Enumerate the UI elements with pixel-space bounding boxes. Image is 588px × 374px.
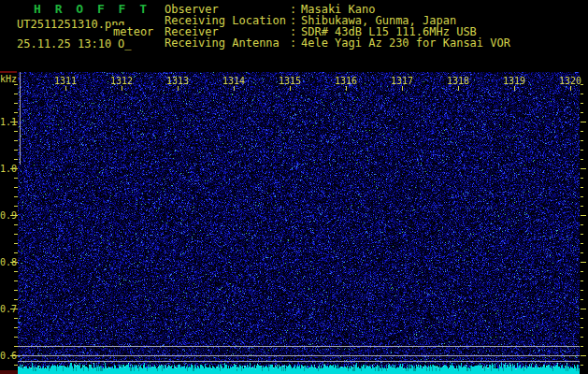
tick-mark <box>14 327 18 328</box>
tick-mark <box>581 224 583 225</box>
tick-mark <box>14 290 18 291</box>
tick-mark <box>290 86 291 91</box>
x-tick-label: 1314 <box>220 76 248 86</box>
tick-mark <box>581 262 586 263</box>
x-tick-label: 1317 <box>388 76 416 86</box>
tick-mark <box>14 84 18 85</box>
tick-mark <box>581 346 583 347</box>
tick-mark <box>14 224 18 225</box>
tick-mark <box>581 140 583 141</box>
tick-mark <box>581 318 583 319</box>
tick-mark <box>14 318 18 319</box>
tick-mark <box>581 234 583 235</box>
x-tick-label: 1319 <box>500 76 528 86</box>
tick-mark <box>10 355 18 356</box>
datetime-label: 25.11.25 13:10 <box>17 37 111 50</box>
tick-mark <box>581 290 583 291</box>
tick-mark <box>10 262 18 263</box>
tick-mark <box>581 150 583 151</box>
tick-mark <box>581 365 583 366</box>
tick-mark <box>14 280 18 281</box>
tick-mark <box>10 168 18 169</box>
tick-mark <box>581 215 586 216</box>
tick-mark <box>10 122 18 122</box>
tick-mark <box>10 215 18 216</box>
tick-mark <box>581 271 583 272</box>
tick-mark <box>581 280 583 281</box>
tick-mark <box>14 159 18 160</box>
bottom-red-mark <box>0 370 18 374</box>
hrofft-screen: H R O F F T UT2511251310.png meteor 25.1… <box>0 0 588 374</box>
tick-mark <box>14 299 18 300</box>
tick-mark <box>14 103 18 104</box>
x-tick-label: 1318 <box>444 76 472 86</box>
info-label: Receiving Antenna <box>165 36 290 50</box>
x-tick-label: 1311 <box>51 76 79 86</box>
tick-mark <box>14 337 18 338</box>
tick-mark <box>581 355 586 356</box>
tick-mark <box>458 86 459 91</box>
tick-mark <box>581 94 583 94</box>
tick-mark <box>14 206 18 207</box>
tick-mark <box>581 112 583 113</box>
tick-mark <box>570 86 571 91</box>
tick-mark <box>581 131 583 132</box>
tick-mark <box>14 131 18 132</box>
tick-mark <box>581 187 583 188</box>
tick-mark <box>14 271 18 272</box>
tick-mark <box>14 252 18 253</box>
tick-mark <box>14 365 18 366</box>
info-value: 4ele Yagi Az 230 for Kansai VOR <box>301 36 510 50</box>
tick-mark <box>581 178 583 179</box>
tick-mark <box>581 84 583 85</box>
tick-mark <box>514 86 515 91</box>
echo-counter: O_ <box>118 37 131 50</box>
tick-mark <box>581 168 586 169</box>
x-tick-label: 1315 <box>276 76 304 86</box>
tick-mark <box>178 86 179 91</box>
x-tick-label: 1312 <box>108 76 136 86</box>
tick-mark <box>346 86 347 91</box>
tick-mark <box>14 178 18 179</box>
tick-mark <box>581 206 583 207</box>
tick-mark <box>14 187 18 188</box>
tick-mark <box>581 122 586 122</box>
y-axis-unit-label: kHz <box>0 74 17 84</box>
tick-mark <box>14 140 18 141</box>
info-row-antenna: Receiving Antenna:4ele Yagi Az 230 for K… <box>165 36 510 50</box>
x-tick-label: 1313 <box>164 76 192 86</box>
tick-mark <box>581 243 583 244</box>
tick-mark <box>14 243 18 244</box>
tick-mark <box>402 86 403 91</box>
x-tick-label: 1316 <box>332 76 360 86</box>
header-red-mark <box>0 71 17 73</box>
spectrogram-canvas <box>18 72 580 374</box>
info-colon: : <box>290 36 301 50</box>
tick-mark <box>581 309 586 309</box>
tick-mark <box>65 86 66 91</box>
tick-mark <box>122 86 122 91</box>
tick-mark <box>234 86 235 91</box>
tick-mark <box>581 252 583 253</box>
tick-mark <box>581 327 583 328</box>
tick-mark <box>581 196 583 197</box>
tick-mark <box>14 112 18 113</box>
tick-mark <box>581 337 583 338</box>
tick-mark <box>10 309 18 309</box>
capture-filename: UT2511251310.png <box>17 18 125 31</box>
tick-mark <box>581 103 583 104</box>
tick-mark <box>14 196 18 197</box>
tick-mark <box>581 299 583 300</box>
tick-mark <box>14 150 18 151</box>
station-name: meteor <box>112 25 153 38</box>
tick-mark <box>14 346 18 347</box>
tick-mark <box>14 94 18 94</box>
tick-mark <box>581 159 583 160</box>
app-title: H R O F F T <box>34 2 151 16</box>
tick-mark <box>14 234 18 235</box>
